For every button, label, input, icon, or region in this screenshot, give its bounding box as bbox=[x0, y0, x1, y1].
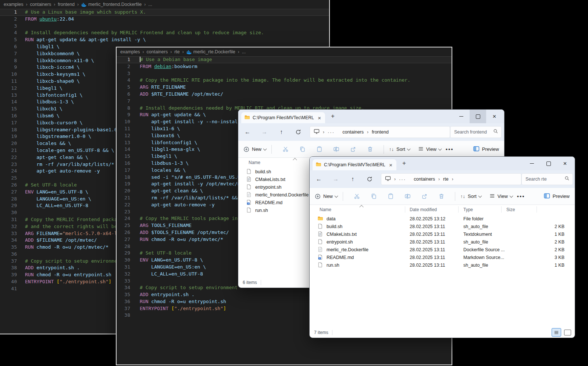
breadcrumb-item[interactable]: frontend bbox=[58, 2, 75, 7]
code-line[interactable]: 2FROM ubuntu:22.04 bbox=[0, 16, 329, 23]
maximize-button[interactable] bbox=[470, 110, 486, 123]
large-icons-view-toggle[interactable] bbox=[564, 330, 571, 335]
line-number: 27 bbox=[0, 189, 17, 196]
code-line[interactable]: 2FROM debian:bookworm bbox=[117, 63, 452, 70]
forward-button[interactable]: → bbox=[259, 127, 270, 138]
explorer-tab[interactable]: C:\Program Files\MVTec\MERL × bbox=[313, 159, 396, 170]
code-line[interactable]: 5ARG RTE_FILENAME bbox=[117, 84, 452, 91]
address-crumb[interactable]: rte bbox=[443, 177, 449, 182]
code-line[interactable]: 1# Use a Linux base image which supports… bbox=[0, 9, 329, 16]
refresh-button[interactable] bbox=[293, 127, 304, 138]
tab-close-icon[interactable]: × bbox=[317, 115, 322, 121]
explorer-tab[interactable]: C:\Program Files\MVTec\MERL × bbox=[241, 112, 325, 123]
search-icon[interactable] bbox=[493, 129, 498, 135]
chevron-right-icon: › bbox=[449, 177, 457, 182]
minimize-button[interactable] bbox=[453, 110, 470, 123]
rename-icon[interactable] bbox=[403, 193, 412, 199]
breadcrumb-item[interactable]: containers bbox=[147, 49, 168, 54]
path-ellipsis[interactable]: ··· bbox=[399, 177, 406, 182]
file-row[interactable]: build.sh28.02.2025 13:11sh_auto_file2 KB bbox=[310, 223, 575, 230]
share-icon[interactable] bbox=[420, 193, 429, 199]
search-input[interactable] bbox=[525, 176, 564, 182]
details-view-toggle[interactable] bbox=[552, 328, 561, 337]
file-row[interactable]: entrypoint.sh28.02.2025 13:11sh_auto_fil… bbox=[310, 238, 575, 246]
preview-button[interactable]: Preview bbox=[473, 146, 499, 153]
cut-icon[interactable] bbox=[281, 146, 290, 152]
code-line[interactable]: 3 bbox=[0, 23, 329, 30]
up-button[interactable]: ↑ bbox=[347, 174, 358, 185]
file-row[interactable]: README.md28.02.2025 13:11Markdown Source… bbox=[310, 253, 575, 261]
new-button[interactable]: New bbox=[243, 146, 266, 152]
address-crumb[interactable]: containers bbox=[414, 177, 435, 182]
view-button[interactable]: View bbox=[489, 193, 513, 200]
search-icon[interactable] bbox=[564, 176, 570, 182]
divider bbox=[343, 192, 343, 201]
breadcrumb-item[interactable]: examples bbox=[120, 49, 140, 54]
new-tab-button[interactable]: + bbox=[402, 160, 406, 167]
tab-close-icon[interactable]: × bbox=[388, 162, 393, 168]
delete-icon[interactable] bbox=[436, 193, 446, 199]
cut-icon[interactable] bbox=[352, 193, 361, 199]
minimize-button[interactable] bbox=[524, 157, 540, 170]
code-line[interactable]: 4# Install dependencies needed by MERLIC… bbox=[0, 29, 329, 36]
file-row[interactable]: CMakeLists.txt28.02.2025 13:11Textdokume… bbox=[310, 230, 575, 238]
breadcrumb-item[interactable]: examples bbox=[4, 2, 24, 7]
column-header-type[interactable]: Type bbox=[463, 207, 473, 212]
sort-button[interactable]: ↑↓ Sort bbox=[389, 146, 410, 152]
view-button[interactable]: View bbox=[418, 146, 441, 153]
code-line[interactable]: 1# Use a Debian base image bbox=[117, 56, 452, 63]
close-button[interactable]: × bbox=[557, 157, 573, 170]
paste-icon[interactable] bbox=[314, 146, 324, 152]
preview-button[interactable]: Preview bbox=[544, 193, 570, 200]
close-button[interactable]: × bbox=[486, 110, 503, 123]
sort-ascending-icon bbox=[293, 158, 297, 162]
copy-icon[interactable] bbox=[297, 146, 307, 152]
new-tab-button[interactable]: + bbox=[331, 113, 335, 120]
up-button[interactable]: ↑ bbox=[276, 127, 287, 138]
more-options-button[interactable]: ••• bbox=[446, 146, 454, 152]
forward-button[interactable]: → bbox=[330, 174, 341, 185]
column-header-name[interactable]: Name bbox=[249, 160, 260, 165]
more-options-button[interactable]: ••• bbox=[517, 193, 525, 199]
code-line[interactable]: 6ADD $RTE_FILENAME /opt/mvtec/ bbox=[117, 91, 452, 98]
share-icon[interactable] bbox=[348, 146, 358, 152]
back-button[interactable]: ← bbox=[242, 127, 253, 138]
paste-icon[interactable] bbox=[386, 193, 395, 199]
breadcrumb-file[interactable]: merlic_rte.Dockerfile bbox=[193, 49, 235, 54]
column-header-size[interactable]: Size bbox=[506, 207, 515, 212]
column-header-name[interactable]: Name bbox=[320, 207, 331, 212]
code-line[interactable]: 3 bbox=[117, 70, 452, 77]
code-line[interactable]: 7 bbox=[117, 98, 452, 105]
code-line[interactable]: 5RUN apt-get update && apt-get install -… bbox=[0, 36, 329, 43]
file-row[interactable]: run.sh28.02.2025 13:11sh_auto_file1 KB bbox=[310, 261, 575, 269]
address-box[interactable]: › ··· containers › frontend bbox=[310, 126, 450, 138]
file-row[interactable]: merlic_rte.Dockerfile28.02.2025 13:11Doc… bbox=[310, 246, 575, 253]
address-box[interactable]: › ··· containers › rte › bbox=[381, 173, 521, 185]
file-row[interactable]: data28.02.2025 13:12File folder bbox=[310, 215, 575, 223]
line-number: 4 bbox=[117, 77, 130, 84]
breadcrumb-symbol[interactable]: ... bbox=[242, 49, 246, 54]
breadcrumb: examples containers frontend merlic_fron… bbox=[0, 0, 329, 9]
path-ellipsis[interactable]: ··· bbox=[328, 129, 335, 135]
code-line[interactable]: 4# Copy the MERLIC RTE package into the … bbox=[117, 77, 452, 84]
breadcrumb-file[interactable]: merlic_frontend.Dockerfile bbox=[88, 2, 142, 7]
address-crumb[interactable]: frontend bbox=[372, 129, 389, 135]
line-number: 37 bbox=[117, 305, 130, 312]
breadcrumb-symbol[interactable]: ... bbox=[148, 2, 152, 7]
breadcrumb-item[interactable]: containers bbox=[30, 2, 51, 7]
rename-icon[interactable] bbox=[331, 146, 341, 152]
command-bar: New ↑↓ Sort View ••• Preview bbox=[238, 141, 504, 158]
copy-icon[interactable] bbox=[369, 193, 378, 199]
delete-icon[interactable] bbox=[365, 146, 375, 152]
address-crumb[interactable]: containers bbox=[342, 129, 364, 135]
item-count: 6 items bbox=[243, 280, 257, 285]
maximize-button[interactable] bbox=[540, 157, 557, 170]
column-header-date[interactable]: Date modified bbox=[410, 207, 437, 212]
search-input[interactable] bbox=[453, 129, 493, 135]
status-bar: 7 items bbox=[310, 327, 575, 338]
back-button[interactable]: ← bbox=[313, 174, 324, 185]
sort-button[interactable]: ↑↓ Sort bbox=[460, 193, 481, 199]
refresh-button[interactable] bbox=[364, 174, 375, 185]
new-button[interactable]: New bbox=[315, 193, 338, 199]
breadcrumb-item[interactable]: rte bbox=[174, 49, 180, 54]
